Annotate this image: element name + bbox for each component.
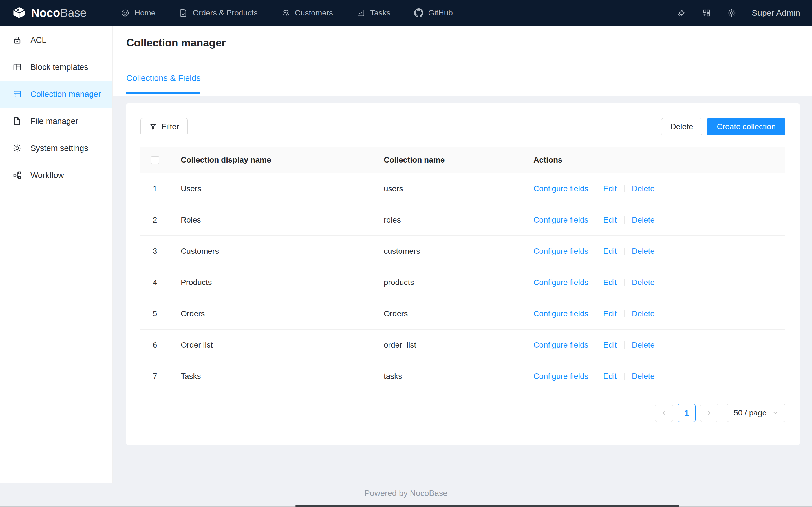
sidebar-item-label: File manager	[31, 117, 78, 126]
action-divider	[624, 185, 624, 192]
collection-display-name: Products	[169, 267, 374, 298]
delete-link[interactable]: Delete	[632, 216, 655, 224]
content-area: Filter Delete Create collection	[113, 96, 812, 445]
table-row: 1 Users users Configure fieldsEditDelete	[140, 173, 785, 204]
action-divider	[624, 247, 624, 255]
configure-fields-link[interactable]: Configure fields	[534, 341, 589, 349]
configure-fields-link[interactable]: Configure fields	[534, 372, 589, 381]
pagination-page-1[interactable]: 1	[677, 404, 696, 422]
appstore-add-icon[interactable]	[694, 0, 719, 26]
row-index: 5	[140, 298, 169, 329]
current-user[interactable]: Super Admin	[752, 8, 800, 18]
collection-display-name: Customers	[169, 235, 374, 267]
filter-icon	[149, 123, 157, 131]
edit-link[interactable]: Edit	[603, 372, 617, 381]
action-divider	[624, 341, 624, 349]
highlighter-icon[interactable]	[669, 0, 694, 26]
nav-item-label: Customers	[295, 8, 333, 17]
configure-fields-link[interactable]: Configure fields	[534, 278, 589, 287]
file-done-icon	[179, 9, 188, 17]
sidebar-item-file-manager[interactable]: File manager	[0, 108, 112, 135]
taskbar-handle	[296, 505, 679, 507]
action-divider	[624, 279, 624, 286]
configure-fields-link[interactable]: Configure fields	[534, 184, 589, 193]
collection-name: customers	[374, 235, 524, 267]
nav-item-label: Tasks	[370, 8, 391, 17]
app-root: NocoBase Home Orders & Products	[0, 0, 812, 507]
brand-text: NocoBase	[31, 6, 87, 20]
collection-name: products	[374, 267, 524, 298]
table-row: 5 Orders Orders Configure fieldsEditDele…	[140, 298, 785, 329]
create-collection-button-label: Create collection	[717, 122, 776, 131]
configure-fields-link[interactable]: Configure fields	[534, 309, 589, 318]
nocobase-logo-icon	[12, 6, 27, 20]
gear-icon	[12, 144, 22, 153]
nav-item-orders-products[interactable]: Orders & Products	[167, 0, 269, 26]
create-collection-button[interactable]: Create collection	[707, 118, 785, 135]
configure-fields-link[interactable]: Configure fields	[534, 216, 589, 224]
filter-button[interactable]: Filter	[140, 118, 188, 135]
collection-name: Orders	[374, 298, 524, 329]
file-icon	[12, 116, 22, 126]
team-icon	[282, 9, 290, 17]
sidebar-item-label: Block templates	[31, 62, 88, 72]
sidebar-item-block-templates[interactable]: Block templates	[0, 54, 112, 80]
page-size-select[interactable]: 50 / page	[726, 404, 785, 422]
sidebar-item-label: Workflow	[31, 171, 64, 180]
page-title: Collection manager	[126, 37, 812, 49]
table-row: 7 Tasks tasks Configure fieldsEditDelete	[140, 360, 785, 392]
sidebar-item-system-settings[interactable]: System settings	[0, 135, 112, 162]
github-icon	[414, 8, 423, 17]
collection-display-name: Order list	[169, 329, 374, 360]
delete-link[interactable]: Delete	[632, 341, 655, 349]
collections-table: Collection display name Collection name …	[140, 147, 785, 392]
tab-collections-fields[interactable]: Collections & Fields	[126, 73, 200, 94]
sidebar-item-label: Collection manager	[31, 90, 101, 99]
sidebar: ACL Block templates Collection manager F…	[0, 26, 113, 483]
delete-link[interactable]: Delete	[632, 184, 655, 193]
nav-item-customers[interactable]: Customers	[269, 0, 345, 26]
sidebar-item-workflow[interactable]: Workflow	[0, 162, 112, 189]
nocobase-logo[interactable]: NocoBase	[12, 6, 87, 20]
sidebar-item-label: ACL	[31, 36, 46, 45]
collection-name: tasks	[374, 360, 524, 392]
edit-link[interactable]: Edit	[603, 216, 617, 224]
edit-link[interactable]: Edit	[603, 309, 617, 318]
action-divider	[624, 310, 624, 318]
edit-link[interactable]: Edit	[603, 341, 617, 349]
delete-link[interactable]: Delete	[632, 247, 655, 256]
card-toolbar: Filter Delete Create collection	[140, 118, 785, 135]
edit-link[interactable]: Edit	[603, 278, 617, 287]
row-index: 7	[140, 360, 169, 392]
topbar-right: Super Admin	[669, 0, 800, 26]
delete-link[interactable]: Delete	[632, 309, 655, 318]
lock-icon	[12, 35, 22, 45]
filter-button-label: Filter	[161, 122, 179, 131]
edit-link[interactable]: Edit	[603, 247, 617, 256]
column-header-display-name: Collection display name	[169, 147, 374, 173]
collection-name: users	[374, 173, 524, 204]
delete-link[interactable]: Delete	[632, 372, 655, 381]
footer-text: Powered by NocoBase	[0, 489, 812, 498]
gear-icon[interactable]	[719, 0, 744, 26]
edit-link[interactable]: Edit	[603, 184, 617, 193]
sidebar-item-collection-manager[interactable]: Collection manager	[0, 80, 112, 108]
smile-icon	[121, 9, 130, 17]
nav-item-label: Home	[135, 8, 156, 17]
nav-item-tasks[interactable]: Tasks	[345, 0, 402, 26]
pagination-prev-button[interactable]	[655, 404, 673, 422]
toolbar-right: Delete Create collection	[661, 118, 786, 135]
action-divider	[624, 373, 624, 380]
sidebar-item-acl[interactable]: ACL	[0, 26, 112, 54]
select-all-checkbox[interactable]	[151, 156, 159, 165]
delete-link[interactable]: Delete	[632, 278, 655, 287]
nav-item-github[interactable]: GitHub	[402, 0, 465, 26]
nav-item-home[interactable]: Home	[109, 0, 167, 26]
configure-fields-link[interactable]: Configure fields	[534, 247, 589, 256]
delete-button[interactable]: Delete	[661, 118, 703, 135]
nav-item-label: Orders & Products	[193, 8, 257, 17]
row-index: 4	[140, 267, 169, 298]
pagination-next-button[interactable]	[700, 404, 718, 422]
chevron-left-icon	[661, 409, 667, 416]
row-index: 1	[140, 173, 169, 204]
